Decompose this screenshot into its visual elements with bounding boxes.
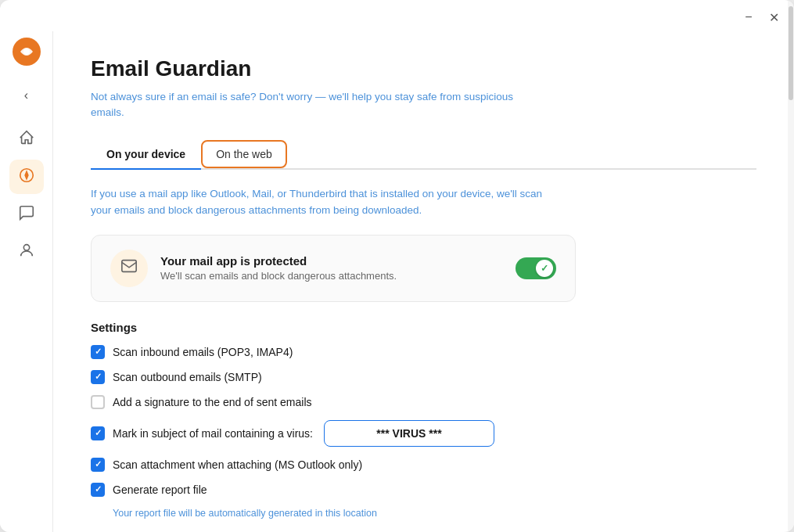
tabs-container: On your device On the web (91, 140, 756, 170)
close-button[interactable]: ✕ (766, 9, 781, 25)
setting-row-add-signature: Add a signature to the end of sent email… (91, 395, 756, 409)
svg-marker-3 (25, 171, 28, 178)
protection-toggle[interactable]: ✓ (516, 257, 556, 279)
checkbox-scan-outbound[interactable] (91, 370, 105, 384)
sidebar: ‹ (0, 31, 53, 532)
setting-row-scan-inbound: Scan inbound emails (POP3, IMAP4) (91, 345, 756, 359)
settings-heading: Settings (91, 321, 756, 334)
checkbox-add-signature[interactable] (91, 395, 105, 409)
toggle-check-icon: ✓ (541, 263, 548, 274)
sidebar-item-user[interactable] (9, 235, 44, 269)
setting-label-scan-attachment: Scan attachment when attaching (MS Outlo… (113, 458, 362, 471)
protection-card-title: Your mail app is protected (160, 254, 516, 268)
main-layout: ‹ (0, 31, 794, 532)
user-icon (18, 242, 35, 263)
setting-label-scan-inbound: Scan inbound emails (POP3, IMAP4) (113, 346, 293, 358)
checkbox-scan-attachment[interactable] (91, 458, 105, 472)
setting-row-mark-subject: Mark in subject of mail containing a vir… (91, 420, 756, 447)
mail-icon (120, 257, 138, 279)
tab-on-your-device[interactable]: On your device (91, 140, 201, 168)
protection-card: Your mail app is protected We'll scan em… (91, 235, 576, 302)
home-icon (18, 129, 35, 150)
setting-label-scan-outbound: Scan outbound emails (SMTP) (113, 371, 262, 383)
protection-card-subtitle: We'll scan emails and block dangerous at… (160, 270, 516, 282)
toggle-wrap: ✓ (516, 257, 556, 279)
setting-row-scan-attachment: Scan attachment when attaching (MS Outlo… (91, 458, 756, 472)
checkbox-scan-inbound[interactable] (91, 345, 105, 359)
toggle-thumb: ✓ (536, 260, 553, 277)
page-title: Email Guardian (91, 56, 756, 81)
scrollbar-thumb[interactable] (789, 31, 793, 100)
info-text: If you use a mail app like Outlook, Mail… (91, 185, 560, 219)
setting-label-mark-subject: Mark in subject of mail containing a vir… (113, 427, 313, 440)
setting-label-add-signature: Add a signature to the end of sent email… (113, 396, 312, 408)
checkbox-generate-report[interactable] (91, 483, 105, 497)
sidebar-item-compass[interactable] (9, 160, 44, 194)
checkbox-mark-subject[interactable] (91, 426, 105, 440)
page-description: Not always sure if an email is safe? Don… (91, 89, 544, 121)
app-window: − ✕ ‹ (0, 0, 794, 532)
svg-point-4 (23, 244, 29, 250)
setting-row-generate-report: Generate report file (91, 483, 756, 497)
tab-on-the-web[interactable]: On the web (201, 140, 287, 168)
minimize-button[interactable]: − (741, 9, 756, 25)
sidebar-item-home[interactable] (9, 122, 44, 156)
settings-section: Settings Scan inbound emails (POP3, IMAP… (91, 321, 756, 519)
svg-rect-5 (122, 261, 136, 272)
svg-point-1 (23, 49, 30, 55)
virus-text-input[interactable] (324, 420, 494, 447)
setting-label-generate-report: Generate report file (113, 483, 207, 496)
back-button[interactable]: ‹ (9, 78, 44, 113)
report-sub-text: Your report file will be automatically g… (113, 508, 756, 519)
sidebar-item-chat[interactable] (9, 197, 44, 232)
app-logo (13, 38, 41, 66)
scrollbar-track (788, 31, 794, 532)
titlebar: − ✕ (0, 0, 794, 31)
setting-row-scan-outbound: Scan outbound emails (SMTP) (91, 370, 756, 384)
protection-info: Your mail app is protected We'll scan em… (160, 254, 516, 282)
chat-icon (18, 204, 35, 225)
back-icon: ‹ (24, 88, 28, 102)
compass-icon (18, 167, 35, 188)
mail-icon-wrap (110, 250, 148, 287)
main-content: Email Guardian Not always sure if an ema… (53, 31, 794, 532)
